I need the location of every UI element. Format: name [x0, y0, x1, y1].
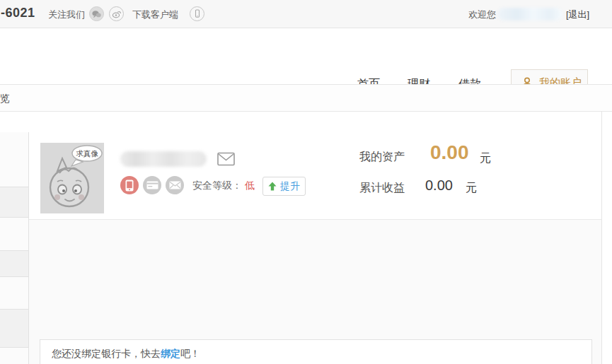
redacted-username — [497, 8, 562, 20]
phone-verified-icon[interactable] — [120, 176, 139, 194]
redacted-username — [120, 151, 207, 167]
message-envelope-icon[interactable] — [217, 152, 235, 169]
my-assets-value: 0.00 — [430, 141, 469, 164]
security-level-value: 低 — [245, 180, 255, 192]
sidebar-clipped — [0, 132, 29, 364]
bankcard-icon[interactable] — [143, 176, 161, 194]
upgrade-security-button[interactable]: 提升 — [262, 177, 306, 196]
wechat-icon[interactable] — [89, 6, 104, 21]
main-nav: 首页 理财 借款 我的账户 — [0, 28, 612, 84]
follow-us-label: 关注我们 — [48, 8, 85, 21]
bind-card-link[interactable]: 绑定 — [161, 348, 180, 359]
my-assets-label: 我的资产 — [359, 150, 405, 165]
weibo-icon[interactable] — [109, 6, 124, 21]
sidebar-item[interactable] — [0, 132, 28, 187]
notice-text-after: 吧！ — [180, 348, 200, 359]
breadcrumb: 概览 — [0, 93, 10, 105]
avatar[interactable]: 求真像 — [40, 143, 104, 213]
welcome-label: 欢迎您 — [468, 8, 496, 21]
download-client-label: 下载客户端 — [132, 8, 178, 21]
account-body: 您还没绑定银行卡，快去绑定吧！ 借款额度 ¥ 4,000,000 剩余借款额度 … — [29, 220, 601, 364]
avatar-badge-text: 求真像 — [76, 149, 98, 158]
sidebar-item[interactable] — [0, 277, 28, 310]
bind-card-notice: 您还没绑定银行卡，快去绑定吧！ — [40, 339, 592, 364]
earnings-value: 0.00 — [425, 177, 453, 194]
sidebar-item[interactable] — [0, 218, 28, 251]
arrow-up-icon — [268, 182, 277, 191]
upgrade-label: 提升 — [280, 180, 300, 193]
mobile-app-icon[interactable] — [190, 6, 204, 21]
earnings-unit: 元 — [466, 181, 477, 196]
notice-text-before: 您还没绑定银行卡，快去 — [52, 348, 161, 359]
top-utility-bar: -6021 关注我们 下载客户端 欢迎您 [退出] — [0, 0, 612, 28]
sidebar-item[interactable] — [0, 348, 28, 364]
sidebar-item[interactable] — [0, 310, 28, 348]
sidebar-item[interactable] — [0, 251, 28, 277]
service-phone-fragment: -6021 — [1, 6, 35, 20]
email-icon[interactable] — [166, 176, 184, 194]
breadcrumb-bar: 概览 — [0, 84, 612, 112]
security-level-label: 安全等级： — [192, 180, 242, 192]
my-assets-unit: 元 — [480, 151, 491, 166]
logout-link[interactable]: [退出] — [566, 8, 589, 21]
main-content: 求真像 安全等级： 低 提升 我的资产 0.00 元 累计收益 0.00 — [29, 112, 602, 364]
user-overview-panel: 求真像 安全等级： 低 提升 我的资产 0.00 元 累计收益 0.00 — [29, 112, 601, 220]
earnings-label: 累计收益 — [359, 181, 405, 196]
sidebar-item[interactable] — [0, 187, 28, 218]
